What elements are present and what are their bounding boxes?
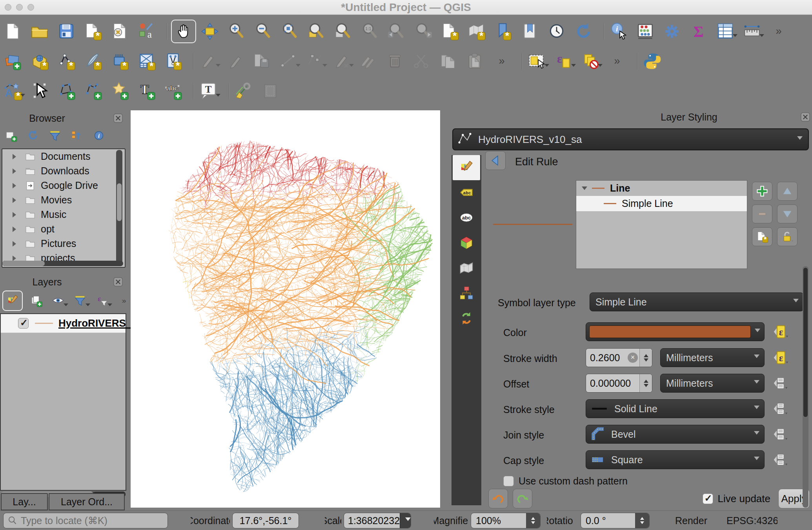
styling-layer-select[interactable]: HydroRIVERS_v10_sa [452, 128, 809, 150]
browser-item-movies[interactable]: Movies [2, 193, 125, 207]
styling-tab-labels[interactable]: abc [453, 180, 480, 205]
browser-vertical-scrollbar[interactable] [116, 150, 122, 266]
zoom-to-layer-button[interactable] [306, 20, 327, 43]
show-spatial-bookmarks-button[interactable] [519, 20, 541, 43]
coordinate-field[interactable]: 17.6°,-56.1° [232, 513, 299, 528]
layer-visibility-checkbox[interactable] [18, 318, 29, 329]
zoom-next-button[interactable] [413, 20, 434, 43]
browser-item-downloads[interactable]: Downloads [2, 164, 125, 178]
identify-features-button[interactable]: i [608, 20, 629, 43]
expand-icon[interactable] [13, 197, 19, 203]
delete-selected-button[interactable] [384, 49, 406, 73]
manage-visibility-button[interactable] [49, 292, 67, 309]
annotation-extra-button[interactable] [260, 79, 281, 103]
back-button[interactable] [485, 151, 506, 170]
magnifier-stepper[interactable] [526, 513, 540, 528]
styling-tab-symbology[interactable] [453, 155, 480, 180]
measure-button[interactable] [741, 20, 763, 43]
field-calculator-button[interactable] [635, 20, 656, 43]
toolbar-overflow-button[interactable]: » [768, 20, 789, 43]
join-style-data-defined-button[interactable] [772, 425, 789, 444]
browser-add-button[interactable] [2, 127, 20, 144]
new-spatialite-layer-button[interactable]: * [82, 49, 104, 73]
layer-item-hydrorivers[interactable]: HydroRIVERS_ [1, 314, 126, 333]
paste-features-button[interactable] [464, 49, 486, 73]
zoom-full-button[interactable] [279, 20, 300, 43]
filter-legend-button[interactable] [71, 292, 89, 309]
select-features-button[interactable] [526, 49, 548, 73]
move-up-button[interactable] [777, 182, 797, 201]
layers-overflow-button[interactable]: » [115, 292, 133, 309]
styling-close-icon[interactable] [799, 111, 811, 123]
new-print-layout-button[interactable]: * [82, 20, 104, 43]
browser-hscroll-thumb[interactable] [2, 261, 45, 266]
filter-by-expression-button[interactable]: ε [93, 292, 111, 309]
attribute-table-button[interactable] [715, 20, 736, 43]
temporal-controller-button[interactable] [546, 20, 567, 43]
styling-tab-diagrams[interactable] [453, 256, 480, 281]
cap-style-select[interactable]: Square [586, 450, 765, 469]
browser-item-music[interactable]: Music [2, 207, 125, 222]
layers-close-icon[interactable] [112, 276, 124, 288]
new-project-button[interactable] [2, 20, 24, 43]
browser-item-opt[interactable]: opt [2, 222, 125, 236]
scale-dropdown[interactable] [400, 513, 411, 528]
select-by-expression-button[interactable]: ε [553, 49, 574, 73]
lock-color-button[interactable] [777, 227, 797, 246]
browser-properties-button[interactable]: i [90, 127, 107, 144]
new-3d-map-view-button[interactable]: * [466, 20, 487, 43]
stroke-style-select[interactable]: Solid Line [586, 399, 765, 418]
labeling-options-button[interactable]: A* [2, 79, 24, 103]
python-console-button[interactable] [642, 49, 663, 73]
new-map-view-button[interactable]: * [439, 20, 461, 43]
new-shapefile-layer-button[interactable]: * [56, 49, 77, 73]
browser-horizontal-scrollbar[interactable] [2, 261, 123, 266]
offset-data-defined-button[interactable] [772, 374, 789, 393]
live-update-checkbox[interactable] [703, 493, 713, 504]
tab-layer-order[interactable]: Layer Ord... [49, 493, 125, 510]
add-symbol-layer-button[interactable] [752, 182, 772, 201]
styling-vertical-scrollbar[interactable] [803, 266, 808, 508]
styling-tab-masks[interactable]: abc [453, 205, 480, 230]
browser-item-documents[interactable]: Documents [2, 149, 125, 164]
text-annotation-button[interactable]: T [198, 79, 219, 103]
select-label-button[interactable] [29, 79, 50, 103]
styling-tab-style[interactable] [453, 281, 480, 306]
crs-label[interactable]: EPSG:4326 [726, 515, 777, 526]
expand-icon[interactable] [13, 241, 19, 247]
create-polygon-annotation-button[interactable] [56, 79, 77, 103]
browser-scroll-thumb[interactable] [117, 183, 122, 221]
create-line-annotation-button[interactable] [82, 79, 104, 103]
tab-layers[interactable]: Lay... [1, 493, 48, 510]
stroke-style-data-defined-button[interactable] [772, 399, 789, 418]
save-project-button[interactable] [56, 20, 77, 43]
color-select[interactable] [586, 322, 765, 341]
pan-map-button[interactable] [171, 20, 196, 43]
add-line-feature-button[interactable] [278, 49, 299, 73]
expand-icon[interactable] [13, 168, 19, 174]
duplicate-symbol-layer-button[interactable]: * [752, 227, 772, 246]
expand-icon[interactable] [13, 256, 19, 261]
offset-unit-select[interactable]: Millimeters [660, 374, 765, 393]
expand-icon[interactable] [13, 212, 19, 217]
browser-collapse-all-button[interactable] [68, 127, 86, 144]
browser-item-google-drive[interactable]: Google Drive [2, 178, 125, 193]
rotation-field[interactable]: 0.0 ° [581, 513, 650, 528]
stroke-width-input[interactable]: 0.2600 × [586, 348, 652, 367]
save-layer-edits-button[interactable] [251, 49, 272, 73]
new-memory-layer-button[interactable]: * [109, 49, 130, 73]
offset-input[interactable]: 0.000000 [586, 374, 652, 393]
zoom-last-button[interactable] [386, 20, 407, 43]
style-manager-button[interactable]: a [136, 20, 157, 43]
vertex-tool-button[interactable] [304, 49, 326, 73]
stroke-width-unit-select[interactable]: Millimeters [660, 348, 765, 367]
create-text-annotation-button[interactable]: T [136, 79, 157, 103]
expand-icon[interactable] [13, 227, 19, 232]
merge-features-button[interactable] [358, 49, 379, 73]
tree-row-simple-line[interactable]: Simple Line [576, 196, 747, 211]
edit-overflow-button[interactable]: » [491, 49, 512, 73]
browser-filter-button[interactable] [46, 127, 64, 144]
magnifier-field[interactable]: 100% [471, 513, 541, 528]
open-project-button[interactable] [29, 20, 50, 43]
zoom-out-button[interactable] [253, 20, 274, 43]
